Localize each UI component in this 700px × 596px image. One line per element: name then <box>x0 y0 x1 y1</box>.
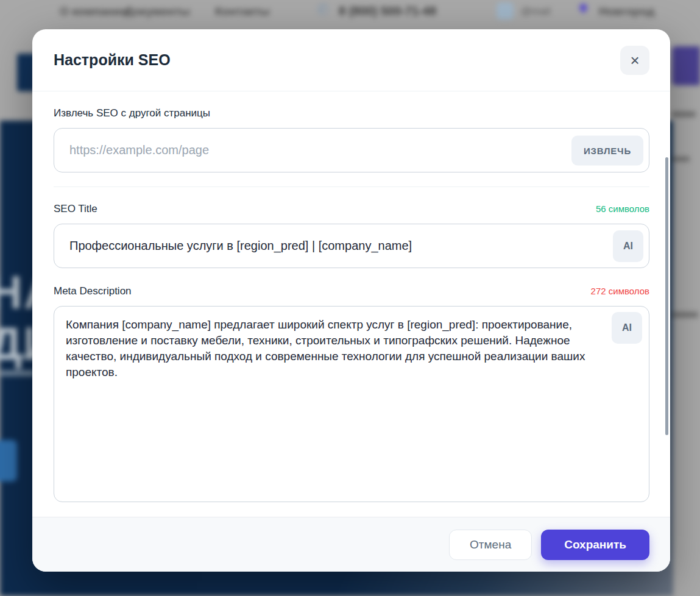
meta-description-section: Meta Description 272 символов Компания [… <box>54 285 649 505</box>
meta-description-label: Meta Description <box>54 285 132 297</box>
seo-title-ai-button[interactable]: AI <box>613 230 643 262</box>
extract-button[interactable]: ИЗВЛЕЧЬ <box>571 135 643 165</box>
bg-hero-subtext-line <box>0 371 35 376</box>
bg-email-text: @mail <box>521 5 550 18</box>
extract-label: Извлечь SEO с другой страницы <box>54 107 649 119</box>
bg-phone-number: 8 (800) 500-71-48 <box>339 4 436 18</box>
bg-hero-button <box>0 440 17 481</box>
seo-title-input[interactable] <box>54 224 649 268</box>
mail-icon <box>497 2 514 20</box>
meta-description-label-row: Meta Description 272 символов <box>54 285 649 297</box>
seo-title-section: SEO Title 56 символов AI <box>54 203 649 268</box>
bg-nav-about: О компании <box>60 5 128 18</box>
location-pin-icon <box>578 2 589 13</box>
bg-nav-documents: Документы <box>125 5 190 18</box>
seo-title-label-row: SEO Title 56 символов <box>54 203 649 215</box>
extract-section: Извлечь SEO с другой страницы ИЗВЛЕЧЬ <box>54 107 649 172</box>
meta-description-ai-button[interactable]: AI <box>612 312 642 344</box>
section-divider <box>54 186 649 187</box>
meta-description-char-counter: 272 символов <box>591 286 649 296</box>
meta-description-wrap: Компания [company_name] предлагает широк… <box>54 306 649 505</box>
modal-scrollbar[interactable] <box>665 157 668 435</box>
bg-text-smudge <box>671 157 690 161</box>
extract-url-input[interactable] <box>54 128 649 172</box>
seo-settings-modal: Настройки SEO × Извлечь SEO с другой стр… <box>32 29 670 572</box>
modal-title: Настройки SEO <box>54 51 171 69</box>
seo-title-label: SEO Title <box>54 203 97 215</box>
bg-text-smudge <box>671 312 698 318</box>
close-icon: × <box>630 51 639 69</box>
modal-header: Настройки SEO × <box>32 29 670 91</box>
bg-text-smudge <box>671 112 696 117</box>
seo-title-input-wrap: AI <box>54 224 649 268</box>
extract-input-wrap: ИЗВЛЕЧЬ <box>54 128 649 172</box>
seo-title-char-counter: 56 символов <box>596 204 649 214</box>
save-button[interactable]: Сохранить <box>541 530 649 560</box>
bg-city-text: Новгород <box>599 5 654 18</box>
close-button[interactable]: × <box>620 46 649 75</box>
phone-icon: ✆ <box>317 1 334 18</box>
modal-footer: Отмена Сохранить <box>32 517 670 572</box>
modal-body: Извлечь SEO с другой страницы ИЗВЛЕЧЬ SE… <box>32 91 670 517</box>
cancel-button[interactable]: Отмена <box>449 530 532 560</box>
bg-nav-contacts: Контакты <box>215 5 270 18</box>
bg-hero-subtext-line <box>0 354 30 360</box>
bg-purple-button <box>672 46 700 85</box>
meta-description-textarea[interactable]: Компания [company_name] предлагает широк… <box>54 306 649 502</box>
